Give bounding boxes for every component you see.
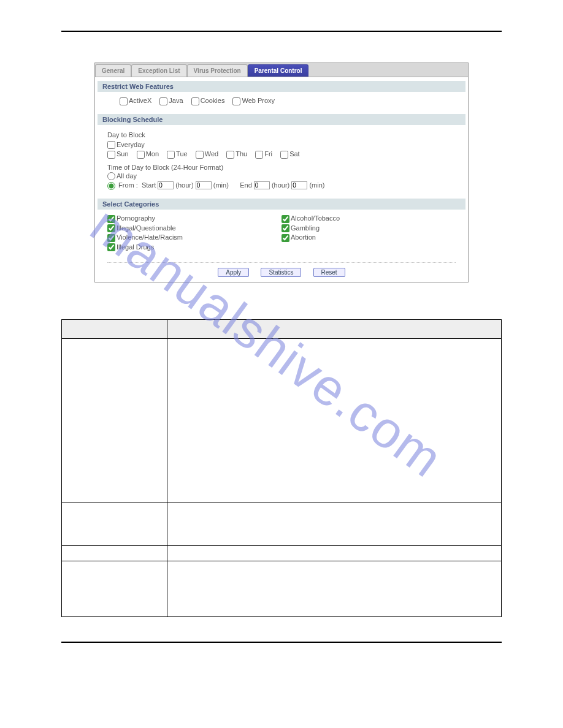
label-sat: Sat	[289, 150, 300, 157]
radio-from[interactable]	[107, 182, 115, 190]
label-from: From :	[118, 181, 138, 189]
table-cell	[167, 339, 502, 502]
checkbox-wed[interactable]	[196, 151, 204, 159]
checkbox-cat-violence[interactable]	[107, 234, 115, 242]
label-cookies: Cookies	[201, 97, 225, 104]
label-cat: Abortion	[291, 233, 316, 241]
label-cat: Gambling	[291, 224, 320, 232]
label-start: Start	[142, 181, 156, 189]
label-fri: Fri	[264, 150, 272, 157]
apply-button[interactable]: Apply	[218, 268, 249, 277]
radio-all-day[interactable]	[107, 172, 115, 180]
label-tue: Tue	[176, 150, 188, 157]
blocking-body: Day to Block Everyday Sun Mon Tue Wed Th…	[95, 125, 468, 195]
checkbox-cat-alcohol[interactable]	[282, 215, 289, 223]
label-day-to-block: Day to Block	[107, 131, 456, 138]
statistics-button[interactable]: Statistics	[261, 268, 301, 277]
table-header-left	[62, 320, 167, 339]
page-rule-top	[61, 31, 502, 32]
checkbox-activex[interactable]	[120, 97, 128, 105]
input-end-hour[interactable]	[254, 181, 270, 189]
checkbox-everyday[interactable]	[107, 141, 115, 149]
checkbox-tue[interactable]	[167, 151, 175, 159]
categories-body: Pornography Illegal/Questionable Violenc…	[95, 210, 468, 256]
table-cell	[167, 546, 502, 561]
table-cell	[62, 339, 167, 502]
tab-exception-list[interactable]: Exception List	[131, 64, 186, 77]
label-activex: ActiveX	[129, 97, 151, 104]
checkbox-mon[interactable]	[137, 151, 145, 159]
outline-table	[61, 319, 502, 617]
tab-bar: General Exception List Virus Protection …	[95, 63, 468, 77]
reset-button[interactable]: Reset	[313, 268, 345, 277]
label-cat: Illegal Drugs	[117, 243, 154, 251]
label-webproxy: Web Proxy	[242, 97, 275, 104]
label-cat: Pornography	[117, 214, 155, 222]
unit-hour-1: (hour)	[175, 181, 193, 189]
restrict-body: ActiveX Java Cookies Web Proxy	[95, 92, 468, 110]
checkbox-thu[interactable]	[226, 151, 234, 159]
checkbox-sun[interactable]	[107, 151, 115, 159]
table-cell	[62, 502, 167, 546]
checkbox-cat-gambling[interactable]	[282, 224, 289, 232]
label-java: Java	[169, 97, 183, 104]
checkbox-webproxy[interactable]	[232, 97, 240, 105]
label-cat: Illegal/Questionable	[117, 224, 176, 232]
checkbox-fri[interactable]	[255, 151, 263, 159]
label-cat: Alcohol/Tobacco	[291, 214, 340, 222]
checkbox-cat-pornography[interactable]	[107, 215, 115, 223]
unit-hour-2: (hour)	[272, 181, 289, 189]
unit-min-2: (min)	[309, 181, 324, 189]
input-end-min[interactable]	[291, 181, 307, 189]
table-cell	[62, 561, 167, 617]
tab-parental-control[interactable]: Parental Control	[248, 64, 309, 77]
label-everyday: Everyday	[117, 141, 145, 148]
button-row: Apply Statistics Reset	[107, 262, 456, 277]
table-cell	[167, 502, 502, 546]
section-restrict-web-features: Restrict Web Features	[98, 81, 465, 92]
label-all-day: All day	[117, 172, 137, 180]
table-header-right	[167, 320, 502, 339]
label-cat: Violence/Hate/Racism	[117, 233, 183, 241]
label-mon: Mon	[146, 150, 159, 157]
label-time-of-day: Time of Day to Block (24-Hour Format)	[107, 164, 456, 171]
label-wed: Wed	[205, 150, 218, 157]
checkbox-cat-illegal[interactable]	[107, 224, 115, 232]
unit-min-1: (min)	[213, 181, 229, 189]
label-end: End	[240, 181, 252, 189]
section-blocking-schedule: Blocking Schedule	[98, 114, 465, 125]
section-select-categories: Select Categories	[98, 199, 465, 210]
page-rule-bottom	[61, 642, 502, 643]
tab-virus-protection[interactable]: Virus Protection	[187, 64, 248, 77]
input-start-hour[interactable]	[158, 181, 174, 189]
label-thu: Thu	[236, 150, 247, 157]
checkbox-sat[interactable]	[280, 151, 288, 159]
table-cell	[167, 561, 502, 617]
checkbox-cat-abortion[interactable]	[282, 234, 289, 242]
tab-general[interactable]: General	[95, 64, 131, 77]
checkbox-cat-drugs[interactable]	[107, 243, 115, 251]
settings-panel: General Exception List Virus Protection …	[94, 63, 469, 282]
table-cell	[62, 546, 167, 561]
input-start-min[interactable]	[196, 181, 212, 189]
checkbox-java[interactable]	[159, 97, 167, 105]
label-sun: Sun	[117, 150, 129, 157]
checkbox-cookies[interactable]	[191, 97, 199, 105]
